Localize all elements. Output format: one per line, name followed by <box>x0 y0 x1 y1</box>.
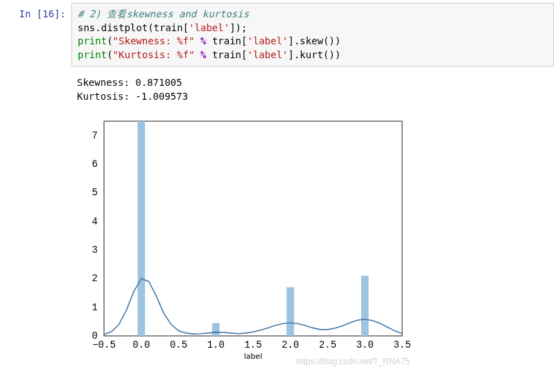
watermark: https://blog.csdn.net/T_RNA75 <box>297 357 410 366</box>
y-tick-label: 6 <box>92 159 98 170</box>
x-tick-label: 3.0 <box>356 339 374 350</box>
kde-line <box>104 278 402 335</box>
x-tick-label: 2.5 <box>319 339 336 350</box>
code-line-2: sns.distplot(train['label']); <box>78 22 247 33</box>
x-tick-label: 2.0 <box>282 339 299 350</box>
code-cell: In [16]: # 2) 查看skewness and kurtosis sn… <box>0 0 554 69</box>
x-tick-label: 0.5 <box>170 339 187 350</box>
input-prompt: In [16]: <box>0 3 71 66</box>
plot-frame <box>104 121 402 336</box>
y-tick-label: 4 <box>92 215 98 226</box>
hist-bar <box>361 276 369 336</box>
y-tick-label: 1 <box>92 301 98 312</box>
code-line-3: print("Skewness: %f" % train['label'].sk… <box>78 35 340 46</box>
stdout-output: Skewness: 0.871005 Kurtosis: -1.009573 <box>71 72 554 107</box>
x-axis-label: label <box>244 352 263 361</box>
y-tick-label: 3 <box>92 244 98 256</box>
code-line-4: print("Kurtosis: %f" % train['label'].ku… <box>78 49 340 60</box>
hist-bar <box>286 287 294 335</box>
code-comment: # 2) 查看skewness and kurtosis <box>78 8 249 19</box>
y-tick-label: 7 <box>92 130 98 141</box>
y-tick-label: 5 <box>92 187 98 198</box>
plot-output: −0.50.00.51.01.52.02.53.03.501234567labe… <box>0 111 554 367</box>
x-tick-label: 0.0 <box>132 339 150 350</box>
code-input[interactable]: # 2) 查看skewness and kurtosis sns.distplo… <box>71 3 554 66</box>
hist-bar <box>212 323 220 336</box>
y-tick-label: 2 <box>92 273 98 284</box>
hist-bar <box>137 121 145 336</box>
x-tick-label: 1.5 <box>244 339 261 350</box>
x-tick-label: 3.5 <box>393 339 410 350</box>
output-prompt <box>0 72 71 107</box>
distplot-chart: −0.50.00.51.01.52.02.53.03.501234567labe… <box>66 111 413 367</box>
output-cell: Skewness: 0.871005 Kurtosis: -1.009573 <box>0 69 554 110</box>
x-tick-label: 1.0 <box>207 339 225 350</box>
y-tick-label: 0 <box>92 330 98 341</box>
